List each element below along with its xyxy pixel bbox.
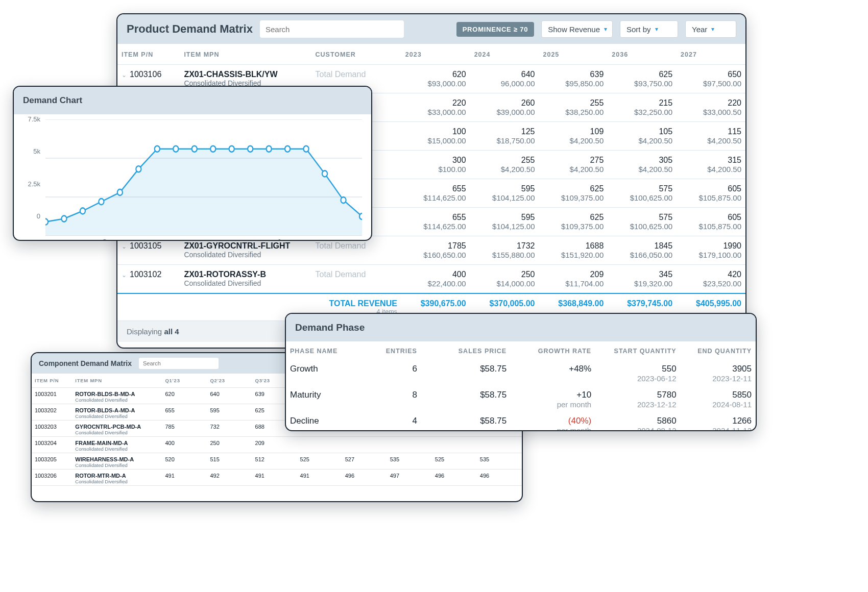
qty-value: 605 — [681, 184, 741, 193]
col-header[interactable]: 2027 — [677, 44, 745, 65]
col-header[interactable]: ITEM P/N — [32, 374, 72, 388]
revenue-value: $114,625.00 — [405, 222, 466, 231]
revenue-value: $151,920.00 — [543, 251, 604, 259]
revenue-value: $4,200.50 — [612, 165, 672, 174]
sort-by-dropdown[interactable]: Sort by ▾ — [620, 20, 678, 38]
qty-value — [342, 437, 387, 453]
revenue-value: $100,625.00 — [612, 193, 672, 202]
qty-value: 655 — [405, 213, 466, 222]
revenue-value: $105,875.00 — [681, 193, 741, 202]
revenue-value: $104,125.00 — [474, 193, 535, 202]
svg-point-13 — [210, 146, 215, 152]
revenue-value: $33,000.50 — [681, 108, 741, 116]
qty-value: 625 — [543, 184, 604, 193]
col-header: PHASE NAME — [286, 341, 366, 360]
col-header[interactable]: Q2'23 — [207, 374, 252, 388]
qty-value: 105 — [612, 127, 672, 136]
revenue-value: $4,200.50 — [543, 165, 604, 174]
qty-value: 255 — [474, 156, 535, 165]
col-header[interactable]: 2024 — [470, 44, 539, 65]
phase-entries: 8 — [366, 386, 421, 412]
revenue-value: $109,375.00 — [543, 222, 604, 231]
item-pn: 1003206 — [32, 470, 72, 486]
item-pn: 1003202 — [32, 404, 72, 421]
revenue-value: $93,000.00 — [405, 79, 466, 88]
item-pn: 1003201 — [32, 388, 72, 404]
col-header[interactable]: 2036 — [608, 44, 677, 65]
col-header[interactable]: 2025 — [539, 44, 608, 65]
qty-value: 605 — [681, 213, 741, 222]
phase-row[interactable]: Decline4$58.75(40%)per month58602024-08-… — [286, 412, 756, 431]
revenue-value: $33,000.00 — [405, 108, 466, 116]
y-tick-label: 0 — [37, 212, 40, 220]
table-row[interactable]: 1003206ROTOR-MTR-MD-AConsolidated Divers… — [32, 470, 522, 486]
chart-plot-area: 02.5k5k7.5k — [45, 119, 362, 236]
qty-value: 1785 — [405, 241, 466, 251]
col-header: END QUANTITY — [681, 341, 756, 360]
svg-point-20 — [341, 197, 346, 203]
qty-value: 100 — [405, 127, 466, 136]
revenue-value: $160,650.00 — [405, 251, 466, 259]
phase-name: Decline — [286, 412, 366, 431]
item-mpn-cell: GYROCNTRL-PCB-MD-AConsolidated Diversifi… — [72, 421, 162, 437]
table-row[interactable]: ⌄1003102ZX01-ROTORASSY-BConsolidated Div… — [117, 265, 745, 294]
col-header[interactable]: CUSTOMER — [311, 44, 401, 65]
qty-value: 492 — [207, 470, 252, 486]
chevron-down-icon[interactable]: ⌄ — [122, 243, 127, 250]
revenue-value: $11,704.00 — [543, 279, 604, 288]
qty-value: 315 — [681, 156, 741, 165]
qty-value: 109 — [543, 127, 604, 136]
phase-table: PHASE NAMEENTRIESSALES PRICEGROWTH RATES… — [286, 341, 756, 431]
col-header[interactable]: ITEM MPN — [180, 44, 311, 65]
x-tick-label: Sep2023 — [103, 238, 103, 241]
item-mpn-cell: ROTOR-BLDS-B-MD-AConsolidated Diversifie… — [72, 388, 162, 404]
item-mpn-cell: WIREHARNESS-MD-AConsolidated Diversified — [72, 453, 162, 470]
phase-start: 57802023-12-12 — [595, 386, 680, 412]
prominence-badge[interactable]: PROMINENCE ≥ 70 — [456, 22, 535, 37]
chevron-down-icon[interactable]: ⌄ — [122, 272, 127, 279]
col-header: START QUANTITY — [595, 341, 680, 360]
qty-value: 620 — [162, 388, 207, 404]
svg-point-15 — [248, 146, 253, 152]
item-mpn: ZX01-GYROCNTRL-FLIGHT — [184, 241, 307, 251]
phase-row[interactable]: Maturity8$58.75+10per month57802023-12-1… — [286, 386, 756, 412]
col-header[interactable]: ITEM P/N — [117, 44, 180, 65]
chevron-down-icon: ▾ — [655, 26, 658, 33]
phase-end: 12662024-11-12 — [681, 412, 756, 431]
revenue-value: $93,750.00 — [612, 79, 672, 88]
qty-value: 535 — [387, 453, 432, 470]
qty-value: 496 — [477, 470, 522, 486]
table-row[interactable]: 1003204FRAME-MAIN-MD-AConsolidated Diver… — [32, 437, 522, 453]
qty-value: 639 — [543, 70, 604, 79]
revenue-value: $114,625.00 — [405, 193, 466, 202]
col-header[interactable]: ITEM MPN — [72, 374, 162, 388]
svg-point-5 — [61, 216, 66, 222]
qty-value: 732 — [207, 421, 252, 437]
pdm-header: Product Demand Matrix PROMINENCE ≥ 70 Sh… — [117, 14, 745, 44]
qty-value: 345 — [612, 270, 672, 279]
svg-point-4 — [45, 219, 48, 225]
col-header[interactable]: 2023 — [401, 44, 470, 65]
revenue-value: $100,625.00 — [612, 222, 672, 231]
qty-value: 640 — [207, 388, 252, 404]
qty-value: 595 — [474, 184, 535, 193]
phase-end: 39052023-12-11 — [681, 360, 756, 386]
item-sub: Consolidated Diversified — [184, 251, 307, 259]
qty-value: 497 — [387, 470, 432, 486]
col-header: SALES PRICE — [421, 341, 511, 360]
phase-title: Demand Phase — [295, 322, 365, 333]
table-row[interactable]: 1003205WIREHARNESS-MD-AConsolidated Dive… — [32, 453, 522, 470]
cdm-search-input[interactable] — [139, 358, 219, 369]
qty-value: 595 — [207, 404, 252, 421]
phase-row[interactable]: Growth6$58.75+48%5502023-06-1239052023-1… — [286, 360, 756, 386]
dd-label: Sort by — [626, 25, 651, 34]
year-dropdown[interactable]: Year ▾ — [685, 20, 736, 38]
x-tick-label: Jan2024 — [277, 238, 278, 241]
qty-value: 491 — [252, 470, 297, 486]
pdm-search-input[interactable] — [260, 20, 404, 38]
chevron-down-icon[interactable]: ⌄ — [122, 71, 127, 79]
col-header[interactable]: Q1'23 — [162, 374, 207, 388]
show-revenue-dropdown[interactable]: Show Revenue ▾ — [541, 20, 613, 38]
revenue-value: $18,750.00 — [474, 136, 535, 145]
qty-value: 655 — [162, 404, 207, 421]
